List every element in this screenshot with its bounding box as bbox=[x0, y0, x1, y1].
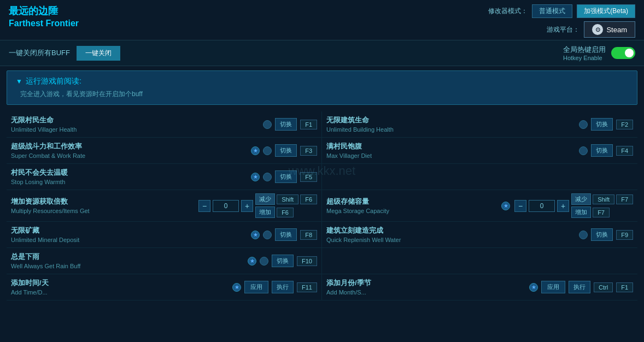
decrease-btn[interactable]: − bbox=[514, 200, 526, 212]
feature-name-cn: 总是下雨 bbox=[11, 252, 248, 262]
header-right: 修改器模式： 普通模式 加强模式(Beta) 游戏平台： ⊙ Steam bbox=[488, 4, 635, 38]
increase-button[interactable]: 增加 bbox=[255, 207, 275, 218]
toggle-circle[interactable] bbox=[263, 120, 272, 129]
key-badge: Ctrl bbox=[594, 282, 613, 292]
title-en: Farthest Frontier bbox=[9, 19, 79, 28]
star-circle[interactable]: ★ bbox=[251, 173, 260, 181]
decrease-btn[interactable]: − bbox=[198, 200, 210, 212]
star-circle[interactable]: ★ bbox=[529, 283, 538, 292]
num-input[interactable] bbox=[529, 200, 555, 212]
mode-normal-button[interactable]: 普通模式 bbox=[532, 4, 572, 18]
feature-name-en: Add Month/S... bbox=[326, 288, 529, 296]
key-badge: F6 bbox=[277, 208, 294, 217]
hotkey-toggle[interactable] bbox=[611, 47, 635, 59]
toggle-circle[interactable] bbox=[263, 173, 272, 181]
increase-btn[interactable]: + bbox=[241, 200, 253, 212]
toggle-circle[interactable] bbox=[579, 146, 588, 155]
star-circle[interactable]: ★ bbox=[232, 283, 241, 292]
num-input[interactable] bbox=[213, 200, 239, 212]
toggle-button[interactable]: 切换 bbox=[591, 228, 613, 241]
feature-name-en: Stop Losing Warmth bbox=[11, 178, 251, 186]
apply-button[interactable]: 应用 bbox=[541, 281, 565, 293]
steam-icon: ⊙ bbox=[592, 24, 603, 35]
feature-unlimited-mineral: 无限矿藏 Unlimited Mineral Deposit ★ 切换 F8 bbox=[7, 222, 322, 248]
key-badge: Shift bbox=[593, 194, 614, 204]
key-badge: F9 bbox=[616, 230, 633, 240]
exec-button[interactable]: 执行 bbox=[272, 281, 294, 293]
mode-beta-button[interactable]: 加强模式(Beta) bbox=[577, 4, 635, 18]
star-circle[interactable]: ★ bbox=[248, 257, 256, 266]
feature-name-en: Unlimited Mineral Deposit bbox=[11, 236, 251, 244]
toggle-circle[interactable] bbox=[579, 231, 588, 239]
increase-button[interactable]: 增加 bbox=[571, 207, 591, 218]
feature-name-cn: 添加月份/季节 bbox=[326, 278, 529, 288]
hotkey-label-group: 全局热键启用 Hotkey Enable bbox=[563, 45, 606, 61]
hotkey-label-cn: 全局热键启用 bbox=[563, 45, 606, 55]
feature-empty-2 bbox=[322, 248, 637, 274]
key-badge: F7 bbox=[616, 194, 633, 204]
increase-btn[interactable]: + bbox=[557, 200, 569, 212]
key-badge: F6 bbox=[300, 194, 317, 204]
key-badge: F4 bbox=[616, 146, 633, 156]
feature-add-month-season: 添加月份/季节 Add Month/S... ★ 应用 执行 Ctrl F1 bbox=[322, 274, 637, 300]
feature-name-cn: 超级存储容量 bbox=[326, 197, 501, 207]
title-cn: 最远的边陲 bbox=[9, 4, 79, 17]
toggle-button[interactable]: 切换 bbox=[591, 118, 613, 131]
close-all-label: 一键关闭所有BUFF bbox=[9, 48, 70, 58]
toggle-button[interactable]: 切换 bbox=[272, 255, 294, 267]
toggle-circle[interactable] bbox=[263, 146, 272, 155]
toggle-button[interactable]: 切换 bbox=[275, 170, 297, 183]
mode-row: 修改器模式： 普通模式 加强模式(Beta) bbox=[488, 4, 635, 18]
feature-name-en: Mega Storage Capacity bbox=[326, 207, 501, 215]
toggle-button[interactable]: 切换 bbox=[275, 118, 297, 131]
feature-name-en: Unlimited Villager Health bbox=[11, 126, 263, 133]
apply-button[interactable]: 应用 bbox=[244, 281, 268, 293]
exec-button[interactable]: 执行 bbox=[569, 281, 590, 293]
feature-name-cn: 无限矿藏 bbox=[11, 226, 251, 235]
header-left: 最远的边陲 Farthest Frontier bbox=[9, 4, 79, 28]
toolbar-left: 一键关闭所有BUFF 一键关闭 bbox=[9, 46, 120, 61]
feature-name-en: Max Villager Diet bbox=[326, 152, 579, 160]
toggle-circle[interactable] bbox=[579, 120, 588, 129]
header: 最远的边陲 Farthest Frontier 修改器模式： 普通模式 加强模式… bbox=[0, 0, 644, 40]
toggle-button[interactable]: 切换 bbox=[275, 144, 297, 157]
key-badge: F10 bbox=[297, 256, 317, 266]
feature-name-en: Unlimited Building Health bbox=[326, 126, 579, 133]
feature-add-time-day: 添加时间/天 Add Time/D... ★ 应用 执行 F11 bbox=[7, 274, 322, 300]
feature-name-cn: 超级战斗力和工作效率 bbox=[11, 141, 251, 151]
toggle-circle[interactable] bbox=[260, 257, 268, 266]
key-badge: F11 bbox=[297, 282, 317, 292]
toggle-button[interactable]: 切换 bbox=[591, 144, 613, 157]
star-circle[interactable]: ★ bbox=[251, 231, 260, 239]
mode-label: 修改器模式： bbox=[488, 7, 528, 16]
feature-name-en: Multiply Resources/Items Get bbox=[11, 207, 198, 215]
feature-unlimited-villager-health: 无限村民生命 Unlimited Villager Health 切换 F1 bbox=[7, 111, 322, 138]
feature-name-cn: 增加资源获取倍数 bbox=[11, 197, 198, 207]
reduce-button[interactable]: 减少 bbox=[571, 193, 591, 205]
reduce-button[interactable]: 减少 bbox=[255, 193, 275, 205]
feature-mega-storage: 超级存储容量 Mega Storage Capacity ★ − + 减少 Sh… bbox=[322, 190, 637, 222]
key-badge: F1 bbox=[300, 120, 317, 129]
feature-name-cn: 无限村民生命 bbox=[11, 115, 263, 125]
steam-button[interactable]: ⊙ Steam bbox=[584, 21, 635, 38]
feature-name-cn: 添加时间/天 bbox=[11, 278, 232, 288]
feature-max-villager-diet: 满村民饱腹 Max Villager Diet 切换 F4 bbox=[322, 138, 637, 164]
close-all-button[interactable]: 一键关闭 bbox=[77, 46, 120, 61]
feature-empty-1 bbox=[322, 164, 637, 190]
toggle-button[interactable]: 切换 bbox=[275, 228, 297, 241]
platform-row: 游戏平台： ⊙ Steam bbox=[547, 21, 635, 38]
toggle-circle[interactable] bbox=[263, 231, 272, 239]
notice-box: ▼ 运行游戏前阅读: 完全进入游戏，看见资源时在开启加个buff bbox=[7, 70, 637, 105]
platform-label: 游戏平台： bbox=[547, 25, 579, 34]
star-circle[interactable]: ★ bbox=[251, 146, 260, 155]
feature-name-en: Well Always Get Rain Buff bbox=[11, 262, 248, 270]
feature-name-cn: 村民不会失去温暖 bbox=[11, 168, 251, 178]
toolbar-right: 全局热键启用 Hotkey Enable bbox=[563, 45, 635, 61]
feature-name-cn: 满村民饱腹 bbox=[326, 141, 579, 151]
feature-well-always-rain: 总是下雨 Well Always Get Rain Buff ★ 切换 F10 bbox=[7, 248, 322, 274]
notice-title: ▼ 运行游戏前阅读: bbox=[16, 76, 628, 86]
toolbar: 一键关闭所有BUFF 一键关闭 全局热键启用 Hotkey Enable bbox=[0, 40, 644, 66]
star-circle[interactable]: ★ bbox=[501, 202, 510, 210]
notice-text: 完全进入游戏，看见资源时在开启加个buff bbox=[16, 90, 628, 99]
content-area: 无限村民生命 Unlimited Villager Health 切换 F1 无… bbox=[0, 109, 644, 303]
